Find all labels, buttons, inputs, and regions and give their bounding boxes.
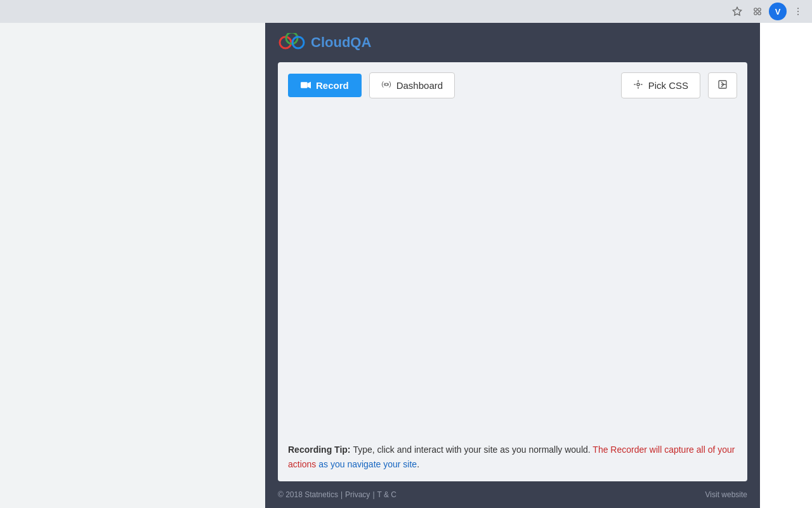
svg-point-6	[797, 11, 799, 12]
svg-point-3	[754, 12, 757, 15]
popup-header: CloudQA	[265, 23, 760, 62]
extension-popup: CloudQA Record	[265, 23, 760, 508]
svg-marker-0	[733, 7, 741, 15]
svg-point-13	[385, 83, 388, 86]
svg-point-1	[754, 8, 757, 11]
pick-css-button[interactable]: Pick CSS	[621, 72, 700, 98]
toolbar: Record Dashboard	[278, 62, 747, 109]
visit-website-link[interactable]: Visit website	[705, 490, 747, 499]
svg-point-5	[797, 8, 799, 9]
tip-label: Recording Tip:	[288, 444, 353, 455]
left-gray-area	[0, 23, 265, 508]
avatar[interactable]: V	[769, 3, 787, 20]
footer-links: © 2018 Statnetics | Privacy | T & C	[278, 490, 396, 499]
content-body	[278, 109, 747, 432]
dashboard-icon	[381, 79, 391, 91]
crosshair-icon	[633, 79, 643, 91]
svg-marker-12	[308, 82, 311, 89]
main-area: CloudQA Record	[0, 23, 812, 508]
extension-icon[interactable]	[749, 3, 766, 20]
chrome-bar: V	[0, 0, 812, 23]
separator-1: |	[341, 490, 343, 499]
privacy-link[interactable]: Privacy	[345, 490, 370, 499]
tip-text-1: Type, click and interact with your site …	[353, 444, 593, 455]
svg-point-7	[797, 14, 799, 15]
svg-point-14	[637, 83, 639, 86]
svg-rect-11	[301, 82, 308, 88]
menu-icon[interactable]	[789, 3, 807, 20]
export-icon	[717, 79, 728, 91]
recording-tip: Recording Tip: Type, click and interact …	[278, 432, 747, 481]
popup-footer: © 2018 Statnetics | Privacy | T & C Visi…	[265, 481, 760, 508]
popup-content: Record Dashboard	[278, 62, 747, 481]
dashboard-button[interactable]: Dashboard	[369, 72, 455, 98]
copyright-text: © 2018 Statnetics	[278, 490, 338, 499]
record-button[interactable]: Record	[288, 74, 362, 97]
video-camera-icon	[301, 80, 311, 91]
svg-point-2	[758, 8, 761, 11]
tandc-link[interactable]: T & C	[377, 490, 396, 499]
logo-icon	[278, 33, 306, 52]
separator-2: |	[372, 490, 374, 499]
tip-text-period: .	[417, 459, 419, 469]
export-button[interactable]	[708, 72, 737, 98]
star-icon[interactable]	[728, 3, 746, 20]
logo-text: CloudQA	[311, 34, 371, 51]
tip-text-navigate: as you navigate your site	[318, 459, 417, 469]
svg-point-4	[758, 12, 761, 15]
logo: CloudQA	[278, 33, 371, 52]
